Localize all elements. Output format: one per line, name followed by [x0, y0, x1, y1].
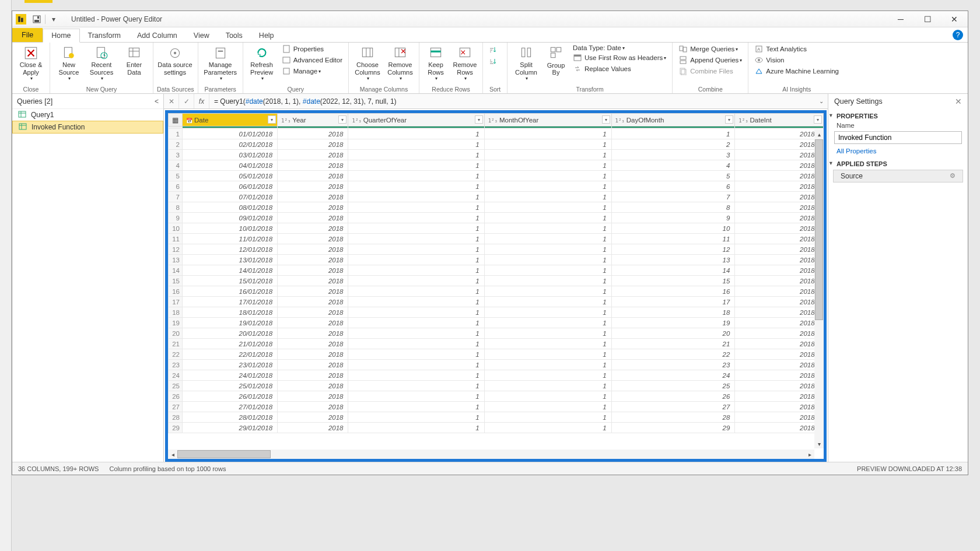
cell[interactable]: 16/01/2018	[183, 286, 278, 297]
cell[interactable]: 2018	[278, 412, 348, 423]
close-button[interactable]: ✕	[941, 11, 968, 27]
cell[interactable]: 1	[484, 244, 611, 255]
replace-values-button[interactable]: Replace Values	[570, 64, 668, 74]
use-first-row-button[interactable]: Use First Row as Headers▾	[570, 52, 668, 63]
sort-desc-button[interactable]	[487, 55, 501, 67]
properties-section[interactable]: PROPERTIES	[828, 109, 968, 121]
table-row[interactable]: 1515/01/20182018111520180	[169, 276, 824, 286]
cell[interactable]: 29/01/2018	[183, 423, 278, 433]
cell[interactable]: 20180	[735, 381, 824, 391]
cell[interactable]: 6	[611, 181, 735, 192]
cell[interactable]: 1	[484, 129, 611, 139]
column-header[interactable]: 1²₃DateInt▾	[735, 114, 824, 127]
enter-data-button[interactable]: Enter Data	[119, 44, 149, 76]
cell[interactable]: 1	[348, 423, 484, 433]
step-gear-icon[interactable]: ⚙	[950, 172, 956, 180]
cell[interactable]: 1	[484, 139, 611, 150]
cell[interactable]: 2018	[278, 381, 348, 391]
cell[interactable]: 25	[611, 381, 735, 391]
advanced-editor-button[interactable]: Advanced Editor	[279, 55, 345, 65]
cell[interactable]: 1	[348, 139, 484, 150]
tab-home[interactable]: Home	[43, 29, 79, 43]
scroll-thumb-vertical[interactable]	[815, 139, 823, 320]
cell[interactable]: 7	[611, 192, 735, 202]
cell[interactable]: 2018	[278, 370, 348, 381]
cell[interactable]: 2018	[278, 171, 348, 181]
cell[interactable]: 20/01/2018	[183, 328, 278, 339]
cell[interactable]: 01/01/2018	[183, 129, 278, 139]
cell[interactable]: 1	[484, 402, 611, 412]
table-row[interactable]: 101/01/2018201811120180	[169, 129, 824, 139]
scroll-thumb-horizontal[interactable]	[177, 450, 271, 458]
data-type-button[interactable]: Data Type: Date▾	[570, 44, 668, 52]
append-queries-button[interactable]: Append Queries▾	[676, 55, 744, 65]
cell[interactable]: 20180	[735, 181, 824, 192]
cell[interactable]: 09/01/2018	[183, 213, 278, 223]
manage-button[interactable]: Manage▾	[279, 66, 345, 76]
properties-button[interactable]: Properties	[279, 44, 345, 54]
cell[interactable]: 1	[348, 286, 484, 297]
cell[interactable]: 1	[484, 265, 611, 276]
cell[interactable]: 05/01/2018	[183, 171, 278, 181]
collapse-queries-icon[interactable]: <	[155, 97, 159, 106]
table-row[interactable]: 2424/01/20182018112420180	[169, 370, 824, 381]
cell[interactable]: 2018	[278, 391, 348, 402]
column-header[interactable]: 1²₃DayOfMonth▾	[611, 114, 735, 127]
cell[interactable]: 20180	[735, 402, 824, 412]
cell[interactable]: 25/01/2018	[183, 381, 278, 391]
data-source-settings-button[interactable]: Data source settings	[157, 44, 193, 76]
cell[interactable]: 1	[348, 391, 484, 402]
cell[interactable]: 2018	[278, 402, 348, 412]
cell[interactable]: 27/01/2018	[183, 402, 278, 412]
cell[interactable]: 1	[348, 360, 484, 370]
data-grid[interactable]: ▦📅Date▾1²₃Year▾1²₃QuarterOfYear▾1²₃Month…	[165, 110, 827, 462]
column-header[interactable]: 1²₃QuarterOfYear▾	[348, 114, 484, 127]
table-row[interactable]: 1818/01/20182018111820180	[169, 307, 824, 318]
cell[interactable]: 21	[611, 339, 735, 349]
cell[interactable]: 10	[611, 223, 735, 234]
cell[interactable]: 1	[484, 318, 611, 328]
cell[interactable]: 1	[348, 234, 484, 244]
table-row[interactable]: 505/01/2018201811520180	[169, 171, 824, 181]
cell[interactable]: 20180	[735, 339, 824, 349]
column-filter-icon[interactable]: ▾	[338, 115, 346, 124]
sort-asc-button[interactable]	[487, 44, 501, 55]
save-icon[interactable]	[30, 13, 44, 26]
cell[interactable]: 20180	[735, 265, 824, 276]
cell[interactable]: 2018	[278, 349, 348, 360]
cell[interactable]: 1	[348, 129, 484, 139]
cell[interactable]: 20180	[735, 286, 824, 297]
cell[interactable]: 3	[611, 150, 735, 160]
cell[interactable]: 1	[348, 202, 484, 213]
table-row[interactable]: 909/01/2018201811920180	[169, 213, 824, 223]
cell[interactable]: 1	[348, 265, 484, 276]
table-row[interactable]: 2222/01/20182018112220180	[169, 349, 824, 360]
cell[interactable]: 28	[611, 412, 735, 423]
cell[interactable]: 2018	[278, 160, 348, 171]
cell[interactable]: 1	[484, 181, 611, 192]
cell[interactable]: 20180	[735, 297, 824, 307]
table-row[interactable]: 1616/01/20182018111620180	[169, 286, 824, 297]
cell[interactable]: 2018	[278, 234, 348, 244]
cell[interactable]: 8	[611, 202, 735, 213]
cell[interactable]: 19	[611, 318, 735, 328]
tab-help[interactable]: Help	[251, 29, 282, 42]
cell[interactable]: 20180	[735, 139, 824, 150]
cell[interactable]: 1	[348, 213, 484, 223]
cell[interactable]: 20180	[735, 360, 824, 370]
horizontal-scrollbar[interactable]: ◂ ▸	[168, 450, 814, 459]
cell[interactable]: 14/01/2018	[183, 265, 278, 276]
cell[interactable]: 20180	[735, 370, 824, 381]
cell[interactable]: 1	[484, 328, 611, 339]
cell[interactable]: 1	[484, 307, 611, 318]
cell[interactable]: 2018	[278, 318, 348, 328]
group-by-button[interactable]: Group By	[544, 44, 568, 76]
cell[interactable]: 20180	[735, 160, 824, 171]
cell[interactable]: 24	[611, 370, 735, 381]
cell[interactable]: 1	[348, 192, 484, 202]
tab-file[interactable]: File	[12, 28, 43, 42]
cell[interactable]: 1	[611, 129, 735, 139]
cell[interactable]: 29	[611, 423, 735, 433]
cell[interactable]: 1	[348, 150, 484, 160]
cell[interactable]: 23	[611, 360, 735, 370]
